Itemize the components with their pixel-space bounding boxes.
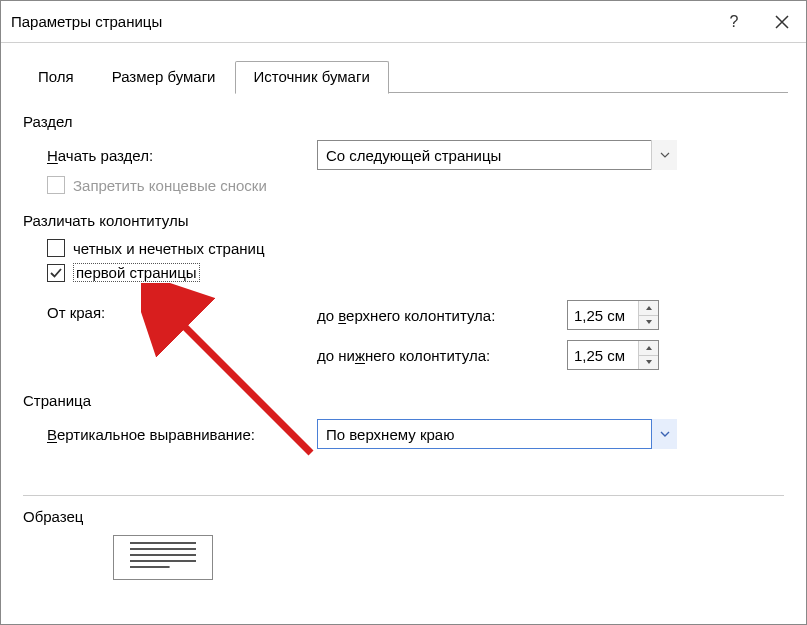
tab-paper-size[interactable]: Размер бумаги: [93, 61, 235, 93]
footer-distance-input[interactable]: [568, 341, 638, 369]
close-button[interactable]: [758, 1, 806, 43]
tab-content: Раздел Начать раздел: Со следующей стран…: [1, 93, 806, 580]
preview-group-label: Образец: [23, 508, 784, 525]
suppress-endnotes-row: Запретить концевые сноски: [23, 176, 784, 194]
odd-even-row: четных и нечетных страниц: [23, 239, 784, 257]
first-page-checkbox[interactable]: [47, 264, 65, 282]
valign-label: Вертикальное выравнивание:: [47, 426, 317, 443]
valign-combo[interactable]: По верхнему краю: [317, 419, 677, 449]
tab-margins[interactable]: Поля: [19, 61, 93, 93]
section-start-row: Начать раздел: Со следующей страницы: [23, 140, 784, 170]
from-edge-label: От края:: [47, 300, 317, 321]
odd-even-checkbox[interactable]: [47, 239, 65, 257]
footer-distance-label: до нижнего колонтитула:: [317, 347, 567, 364]
spinner-up-icon[interactable]: [639, 341, 658, 356]
header-distance-label: до верхнего колонтитула:: [317, 307, 567, 324]
section-group-label: Раздел: [23, 113, 784, 130]
first-page-row: первой страницы: [23, 263, 784, 282]
tab-paper-source[interactable]: Источник бумаги: [235, 61, 389, 94]
from-edge-block: От края: до верхнего колонтитула:: [23, 300, 784, 370]
first-page-label: первой страницы: [73, 263, 200, 282]
preview-thumbnail: [113, 535, 213, 580]
window-title: Параметры страницы: [11, 13, 710, 30]
spinner-up-icon[interactable]: [639, 301, 658, 316]
header-distance-spinner[interactable]: [567, 300, 659, 330]
spinner-down-icon[interactable]: [639, 316, 658, 330]
page-setup-dialog: Параметры страницы ? Поля Размер бумаги …: [0, 0, 807, 625]
suppress-endnotes-checkbox: [47, 176, 65, 194]
titlebar: Параметры страницы ?: [1, 1, 806, 43]
page-group-label: Страница: [23, 392, 784, 409]
footer-distance-spinner[interactable]: [567, 340, 659, 370]
section-start-label: Начать раздел:: [47, 147, 317, 164]
header-distance-input[interactable]: [568, 301, 638, 329]
help-button[interactable]: ?: [710, 1, 758, 43]
headers-group-label: Различать колонтитулы: [23, 212, 784, 229]
odd-even-label: четных и нечетных страниц: [73, 240, 265, 257]
spinner-down-icon[interactable]: [639, 356, 658, 370]
suppress-endnotes-label: Запретить концевые сноски: [73, 177, 267, 194]
close-icon: [775, 15, 789, 29]
section-start-combo[interactable]: Со следующей страницы: [317, 140, 677, 170]
tab-bar: Поля Размер бумаги Источник бумаги: [1, 43, 806, 93]
divider: [23, 495, 784, 496]
valign-row: Вертикальное выравнивание: По верхнему к…: [23, 419, 784, 449]
